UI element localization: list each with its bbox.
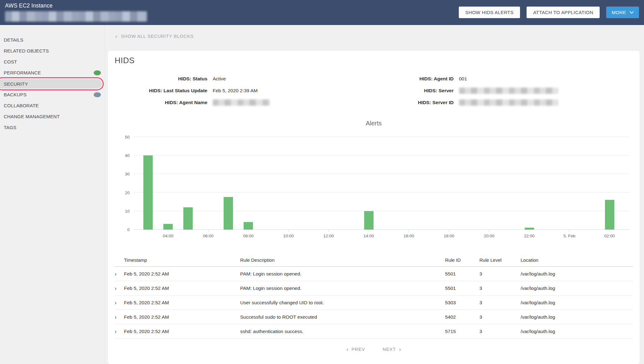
x-axis-tick-mark (369, 230, 369, 232)
alert-bar[interactable] (244, 222, 253, 230)
sidebar-item-related-objects[interactable]: RELATED OBJECTS (0, 45, 105, 56)
cell-rule-id: 5402 (445, 314, 479, 320)
next-page-button[interactable]: NEXT › (383, 347, 401, 352)
cell-timestamp: Feb 5, 2020 2:52 AM (124, 300, 240, 306)
top-header-bar: AWS EC2 Instance SHOW HIDS ALERTS ATTACH… (0, 0, 644, 25)
show-hids-alerts-button[interactable]: SHOW HIDS ALERTS (459, 7, 520, 18)
x-axis-tick-label: 08:00 (243, 234, 254, 238)
chart-title: Alerts (115, 120, 633, 127)
expand-row-icon[interactable]: › (115, 301, 124, 304)
prev-page-label: PREV (351, 347, 365, 352)
field-value: 001 (459, 76, 467, 82)
x-axis-tick-mark (449, 230, 449, 232)
y-axis-tick-label: 20 (125, 190, 130, 195)
alert-bar[interactable] (183, 207, 193, 230)
column-header-rule-description: Rule Description (240, 257, 445, 263)
cell-timestamp: Feb 5, 2020 2:52 AM (124, 271, 240, 277)
sidebar-item-label: RELATED OBJECTS (4, 48, 49, 53)
x-axis-tick-label: 10:00 (283, 234, 294, 238)
chart-x-axis: 04:0006:0008:0010:0012:0014:0016:0018:00… (134, 230, 630, 241)
x-axis-tick-label: 14:00 (364, 234, 374, 238)
more-button[interactable]: MORE (606, 7, 639, 18)
alert-bar[interactable] (143, 155, 153, 230)
hids-panel: HIDS HIDS: StatusActiveHIDS: Last Status… (108, 51, 640, 364)
field-label: HIDS: Agent Name (115, 100, 207, 105)
chart-gridline (134, 155, 630, 155)
x-axis-tick-mark (248, 230, 249, 232)
sidebar-item-backups[interactable]: BACKUPS (0, 89, 105, 100)
hids-fields-right: HIDS: Agent ID001HIDS: ServerHIDS: Serve… (374, 73, 633, 109)
field-row-hids-agent-name: HIDS: Agent Name (115, 97, 374, 109)
alert-bar[interactable] (163, 224, 173, 230)
cell-rule-id: 5715 (445, 329, 479, 334)
expand-row-icon[interactable]: › (115, 316, 124, 319)
cell-rule-level: 3 (479, 271, 521, 277)
x-axis-tick-label: 22:00 (524, 234, 535, 238)
x-axis-tick-label: 5. Feb (563, 234, 575, 238)
x-axis-tick-mark (569, 230, 570, 232)
field-row-hids-server: HIDS: Server (374, 85, 633, 97)
cell-timestamp: Feb 5, 2020 2:52 AM (124, 329, 240, 334)
alert-bar[interactable] (364, 211, 374, 230)
cell-location: /var/log/auth.log (521, 286, 633, 291)
x-axis-tick-mark (168, 230, 168, 232)
next-page-label: NEXT (383, 347, 396, 352)
column-header-location: Location (521, 257, 633, 263)
sidebar-item-performance[interactable]: PERFORMANCE (0, 67, 105, 78)
sidebar-item-label: DETAILS (4, 37, 23, 43)
show-all-security-blocks-link[interactable]: ‹ SHOW ALL SECURITY BLOCKS (115, 34, 194, 39)
sidebar-item-details[interactable]: DETAILS (0, 34, 105, 45)
table-row[interactable]: ›Feb 5, 2020 2:52 AMPAM: Login session o… (115, 281, 633, 296)
x-axis-tick-label: 02:00 (604, 234, 615, 238)
table-row[interactable]: ›Feb 5, 2020 2:52 AMsshd: authentication… (115, 324, 633, 339)
x-axis-tick-label: 12:00 (323, 234, 334, 238)
field-label: HIDS: Last Status Update (115, 88, 207, 94)
table-header-row: TimestampRule DescriptionRule IDRule Lev… (115, 254, 633, 267)
expand-row-icon[interactable]: › (115, 272, 124, 276)
chevron-down-icon (630, 11, 634, 14)
field-value: Active (213, 76, 226, 82)
back-link-label: SHOW ALL SECURITY BLOCKS (121, 34, 194, 39)
cell-rule-level: 3 (479, 286, 521, 291)
redacted-value (459, 99, 558, 106)
alerts-chart: Alerts 01020304050 04:0006:0008:0010:001… (115, 120, 633, 241)
alert-bar[interactable] (525, 228, 534, 230)
cell-timestamp: Feb 5, 2020 2:52 AM (124, 314, 240, 320)
prev-page-button[interactable]: ‹ PREV (346, 347, 365, 352)
sidebar-item-security[interactable]: SECURITY (0, 77, 105, 91)
expand-row-icon[interactable]: › (115, 287, 124, 290)
alert-bar[interactable] (605, 200, 614, 230)
x-axis-tick-label: 04:00 (163, 234, 173, 238)
field-label: HIDS: Agent ID (374, 76, 454, 82)
chevron-right-icon: › (399, 347, 401, 351)
content-area: ‹ SHOW ALL SECURITY BLOCKS HIDS HIDS: St… (105, 25, 644, 364)
header-actions: SHOW HIDS ALERTS ATTACH TO APPLICATION M… (459, 0, 639, 25)
table-row[interactable]: ›Feb 5, 2020 2:52 AMUser successfully ch… (115, 296, 633, 310)
expand-row-icon[interactable]: › (115, 330, 124, 333)
sidebar-item-change-management[interactable]: CHANGE MANAGEMENT (0, 111, 105, 122)
chart-gridline (134, 192, 630, 193)
sidebar-item-label: CHANGE MANAGEMENT (4, 114, 60, 119)
table-row[interactable]: ›Feb 5, 2020 2:52 AMPAM: Login session o… (115, 267, 633, 281)
y-axis-tick-label: 50 (125, 135, 130, 139)
alert-bar[interactable] (224, 197, 233, 230)
status-dot (94, 92, 101, 97)
y-axis-tick-label: 40 (125, 153, 130, 158)
chart-gridline (134, 137, 630, 137)
sidebar-item-label: PERFORMANCE (4, 70, 41, 75)
field-value: Feb 5, 2020 2:39 AM (213, 88, 258, 94)
cell-rule-description: PAM: Login session opened. (240, 286, 445, 291)
x-axis-tick-label: 16:00 (404, 234, 414, 238)
sidebar-item-tags[interactable]: TAGS (0, 122, 105, 133)
main-layout: DETAILSRELATED OBJECTSCOSTPERFORMANCESEC… (0, 25, 644, 364)
y-axis-tick-label: 0 (127, 227, 130, 232)
attach-to-application-button[interactable]: ATTACH TO APPLICATION (527, 7, 600, 18)
cell-rule-description: User successfully changed UID to root. (240, 300, 445, 306)
page-title: AWS EC2 Instance (5, 3, 147, 9)
alerts-table: TimestampRule DescriptionRule IDRule Lev… (115, 254, 633, 339)
x-axis-tick-mark (409, 230, 409, 232)
sidebar-item-cost[interactable]: COST (0, 56, 105, 67)
redacted-value (213, 99, 270, 106)
sidebar-item-collaborate[interactable]: COLLABORATE (0, 100, 105, 111)
table-row[interactable]: ›Feb 5, 2020 2:52 AMSuccessful sudo to R… (115, 310, 633, 324)
